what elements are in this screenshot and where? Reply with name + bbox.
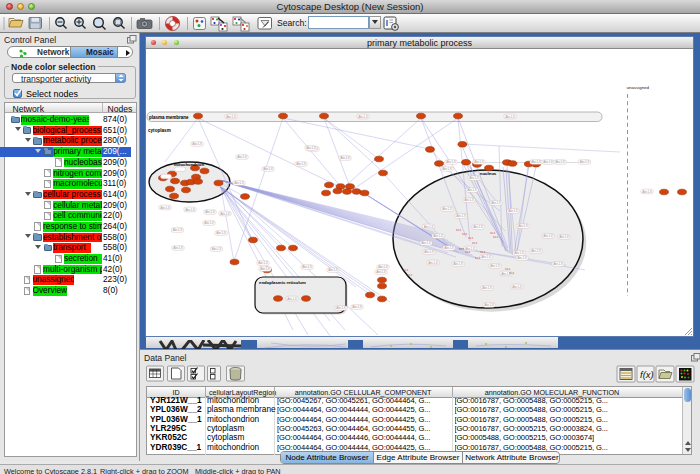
svg-text:Abc1-8: Abc1-8 [553, 262, 563, 266]
svg-text:endoplasmic reticulum: endoplasmic reticulum [259, 280, 306, 285]
svg-text:Abc1-8: Abc1-8 [543, 160, 553, 164]
svg-text:Abc1-8: Abc1-8 [442, 167, 452, 171]
svg-text:Abc1-8: Abc1-8 [456, 214, 466, 218]
svg-text:Abc1-8: Abc1-8 [160, 206, 170, 210]
svg-text:Abc1-8: Abc1-8 [336, 306, 346, 310]
svg-text:Abc1-8: Abc1-8 [340, 156, 350, 160]
svg-text:xx-x: xx-x [459, 247, 465, 251]
svg-text:Abc1-8: Abc1-8 [302, 265, 312, 269]
svg-text:xx-x: xx-x [509, 271, 515, 275]
svg-text:Abc1-8: Abc1-8 [444, 246, 454, 250]
svg-text:unassigned: unassigned [627, 85, 650, 90]
svg-text:Abc1-8: Abc1-8 [424, 225, 434, 229]
svg-text:Abc1-8: Abc1-8 [234, 181, 244, 185]
svg-text:Abc1-8: Abc1-8 [469, 176, 479, 180]
svg-text:plasma membrane: plasma membrane [149, 115, 189, 120]
svg-text:Abc1-8: Abc1-8 [490, 264, 500, 268]
svg-text:Abc1-8: Abc1-8 [173, 228, 183, 232]
svg-text:Abc1-8: Abc1-8 [482, 286, 492, 290]
svg-text:Abc1-8: Abc1-8 [428, 261, 438, 265]
svg-text:Abc1-8: Abc1-8 [358, 115, 368, 119]
svg-text:Abc1-8: Abc1-8 [467, 188, 477, 192]
svg-text:Abc1-8: Abc1-8 [306, 146, 316, 150]
svg-text:Abc1-8: Abc1-8 [352, 305, 362, 309]
svg-text:Abc1-8: Abc1-8 [474, 160, 484, 164]
svg-text:Abc1-8: Abc1-8 [531, 249, 541, 253]
svg-text:xx-x: xx-x [475, 256, 481, 260]
svg-text:Abc1-8: Abc1-8 [421, 241, 431, 245]
svg-text:Abc1-8: Abc1-8 [173, 246, 183, 250]
svg-text:Abc1-8: Abc1-8 [580, 160, 590, 164]
svg-text:mitochondrion: mitochondrion [174, 162, 204, 167]
svg-text:Abc1-8: Abc1-8 [433, 234, 443, 238]
svg-text:Abc1-8: Abc1-8 [514, 251, 524, 255]
svg-text:Abc1-8: Abc1-8 [481, 255, 491, 259]
svg-text:Abc1-8: Abc1-8 [185, 208, 195, 212]
svg-text:Abc1-8: Abc1-8 [328, 268, 338, 272]
svg-text:f(x): f(x) [640, 369, 654, 380]
svg-text:Abc1-8: Abc1-8 [531, 160, 541, 164]
svg-text:Abc1-8: Abc1-8 [378, 265, 388, 269]
svg-text:xx-x: xx-x [403, 268, 409, 272]
svg-text:xx-x: xx-x [468, 236, 474, 240]
svg-text:xx-x: xx-x [456, 228, 462, 232]
svg-text:Abc1-8: Abc1-8 [473, 225, 483, 229]
svg-text:Abc1-8: Abc1-8 [424, 250, 434, 254]
svg-text:Abc1-8: Abc1-8 [559, 235, 569, 239]
svg-text:Abc1-8: Abc1-8 [442, 207, 452, 211]
svg-text:Abc1-8: Abc1-8 [464, 198, 474, 202]
svg-text:Abc1-8: Abc1-8 [204, 221, 214, 225]
svg-text:Abc1-8: Abc1-8 [376, 270, 386, 274]
svg-text:Abc1-8: Abc1-8 [508, 209, 518, 213]
svg-text:Abc1-8: Abc1-8 [237, 155, 247, 159]
svg-text:Abc1-8: Abc1-8 [220, 212, 230, 216]
svg-text:Abc1-8: Abc1-8 [296, 162, 306, 166]
svg-text:Abc1-8: Abc1-8 [505, 115, 515, 119]
svg-text:xx-x: xx-x [462, 232, 468, 236]
svg-text:Abc1-8: Abc1-8 [216, 231, 226, 235]
svg-text:Abc1-8: Abc1-8 [555, 160, 565, 164]
svg-text:Abc1-8: Abc1-8 [258, 261, 268, 265]
svg-text:Abc1-8: Abc1-8 [287, 297, 297, 301]
svg-text:Abc1-8: Abc1-8 [642, 190, 652, 194]
svg-text:Abc1-8: Abc1-8 [543, 234, 553, 238]
svg-text:Abc1-8: Abc1-8 [205, 210, 215, 214]
svg-text:Abc1-8: Abc1-8 [517, 256, 527, 260]
svg-text:cytoplasm: cytoplasm [148, 128, 171, 133]
svg-text:Abc1-8: Abc1-8 [453, 262, 463, 266]
svg-text:nucleus: nucleus [480, 171, 497, 176]
svg-text:Abc1-8: Abc1-8 [491, 201, 501, 205]
svg-text:xx-x: xx-x [465, 250, 471, 254]
svg-text:Abc1-8: Abc1-8 [263, 167, 273, 171]
svg-text:xx-x: xx-x [407, 273, 413, 277]
svg-text:Abc1-8: Abc1-8 [260, 267, 270, 271]
svg-text:Abc1-8: Abc1-8 [212, 247, 222, 251]
svg-text:Abc1-8: Abc1-8 [484, 303, 494, 307]
svg-text:Abc1-8: Abc1-8 [446, 160, 456, 164]
svg-text:Abc1-8: Abc1-8 [512, 285, 522, 289]
svg-text:xx-x: xx-x [472, 241, 478, 245]
svg-text:Abc1-8: Abc1-8 [226, 115, 236, 119]
svg-text:Abc1-8: Abc1-8 [518, 224, 528, 228]
svg-text:xx-x: xx-x [493, 235, 499, 239]
svg-text:xx-x: xx-x [480, 250, 486, 254]
svg-text:Abc1-8: Abc1-8 [192, 142, 202, 146]
